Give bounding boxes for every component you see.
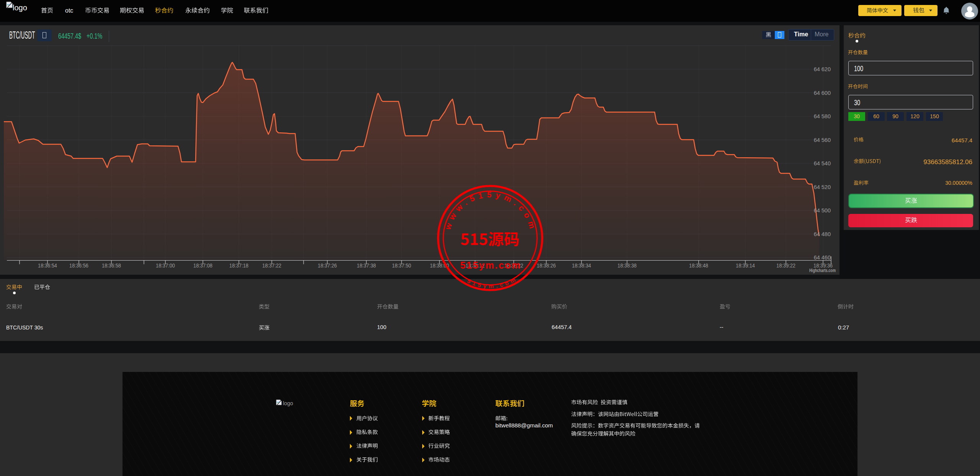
svg-text:64 580: 64 580 <box>814 113 831 119</box>
svg-text:64 620: 64 620 <box>814 66 831 72</box>
svg-text:64 540: 64 540 <box>814 160 831 166</box>
svg-text:18:38:48: 18:38:48 <box>689 262 708 269</box>
svg-text:Highcharts.com: Highcharts.com <box>809 267 836 273</box>
svg-text:64 500: 64 500 <box>814 207 831 214</box>
svg-text:64 600: 64 600 <box>814 90 831 96</box>
svg-text:18:36:56: 18:36:56 <box>69 262 88 269</box>
svg-text:18:37:50: 18:37:50 <box>392 262 411 269</box>
svg-text:18:37:08: 18:37:08 <box>193 262 212 269</box>
svg-text:64 520: 64 520 <box>814 184 831 190</box>
svg-text:18:37:26: 18:37:26 <box>318 262 337 269</box>
svg-text:18:37:22: 18:37:22 <box>262 262 281 269</box>
svg-text:18:37:00: 18:37:00 <box>156 262 175 269</box>
svg-text:64 560: 64 560 <box>814 137 831 143</box>
svg-text:18:36:54: 18:36:54 <box>38 262 57 269</box>
svg-text:64 460: 64 460 <box>814 254 831 261</box>
svg-text:18:36:58: 18:36:58 <box>102 262 121 269</box>
svg-text:18:37:38: 18:37:38 <box>357 262 376 269</box>
svg-text:18:39:14: 18:39:14 <box>736 262 755 269</box>
svg-text:18:37:18: 18:37:18 <box>229 262 248 269</box>
svg-text:18:38:34: 18:38:34 <box>572 262 591 269</box>
svg-text:18:39:22: 18:39:22 <box>776 262 795 269</box>
svg-text:64 480: 64 480 <box>814 231 831 237</box>
svg-text:18:38:38: 18:38:38 <box>617 262 637 269</box>
